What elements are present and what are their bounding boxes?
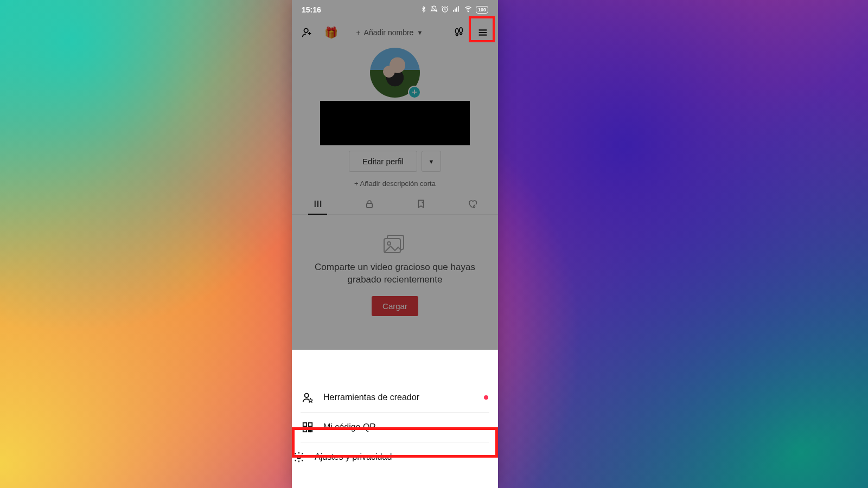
profile-buttons: Editar perfil ▼ [349, 151, 441, 172]
add-name-button[interactable]: + Añadir nombre ▼ [356, 28, 423, 37]
dnd-icon [430, 5, 438, 15]
chevron-down-icon: ▼ [417, 29, 423, 36]
svg-point-19 [305, 394, 309, 397]
tab-private[interactable] [343, 193, 395, 214]
sheet-item-qr[interactable]: Mi código QR [301, 413, 489, 442]
notification-dot [484, 395, 488, 400]
phone-frame: 15:16 100 🎁 + [292, 0, 498, 488]
svg-rect-3 [456, 7, 457, 11]
profile-header: 🎁 + Añadir nombre ▼ [292, 20, 498, 46]
empty-message: Comparte un video gracioso que hayas gra… [314, 261, 476, 286]
svg-rect-4 [458, 6, 459, 12]
sheet-item-creator-tools[interactable]: Herramientas de creador [292, 383, 498, 412]
add-name-label: Añadir nombre [364, 28, 414, 37]
svg-point-6 [304, 29, 308, 33]
svg-rect-15 [366, 203, 372, 208]
sheet-item-label: Ajustes y privacidad [315, 452, 392, 462]
svg-rect-24 [311, 431, 312, 432]
avatar[interactable]: + [370, 48, 420, 98]
status-icons: 100 [420, 5, 488, 15]
hamburger-menu-button[interactable] [473, 23, 493, 42]
signal-icon [452, 5, 461, 15]
profile-dropdown-button[interactable]: ▼ [422, 151, 441, 172]
svg-point-26 [297, 455, 301, 459]
empty-state: Comparte un video gracioso que hayas gra… [292, 233, 498, 316]
svg-rect-20 [303, 423, 307, 426]
avatar-add-icon[interactable]: + [408, 86, 421, 99]
sheet-item-label: Mi código QR [323, 422, 376, 432]
sheet-item-label: Herramientas de creador [323, 393, 419, 402]
svg-rect-23 [309, 428, 310, 430]
tab-liked[interactable] [446, 193, 498, 214]
plus-icon: + [356, 28, 360, 37]
username-redacted [320, 101, 470, 145]
svg-rect-1 [453, 10, 454, 12]
svg-rect-2 [455, 8, 456, 11]
tab-saved[interactable] [395, 193, 446, 214]
svg-rect-21 [309, 423, 312, 426]
bottom-sheet: Herramientas de creador Mi código QR Aju… [292, 377, 498, 488]
wifi-icon [464, 5, 473, 15]
battery-indicator: 100 [476, 6, 488, 14]
svg-point-5 [468, 11, 469, 12]
alarm-icon [441, 5, 449, 15]
svg-point-7 [456, 29, 459, 34]
bluetooth-icon [420, 5, 427, 15]
svg-rect-25 [309, 431, 310, 432]
status-time: 15:16 [302, 5, 321, 14]
tab-posts[interactable] [292, 193, 343, 214]
edit-profile-button[interactable]: Editar perfil [349, 151, 417, 172]
svg-point-8 [459, 28, 463, 33]
profile-section: + Editar perfil ▼ + Añadir descripción c… [292, 48, 498, 188]
profile-tabs [292, 193, 498, 215]
add-friend-button[interactable] [297, 23, 317, 42]
sheet-item-settings[interactable]: Ajustes y privacidad [292, 442, 498, 472]
svg-rect-22 [303, 428, 307, 432]
footsteps-icon[interactable] [449, 23, 469, 42]
add-bio-button[interactable]: + Añadir descripción corta [354, 179, 436, 188]
upload-button[interactable]: Cargar [372, 296, 418, 316]
gift-icon[interactable]: 🎁 [321, 23, 341, 42]
gallery-icon [382, 233, 408, 255]
status-bar: 15:16 100 [292, 0, 498, 20]
